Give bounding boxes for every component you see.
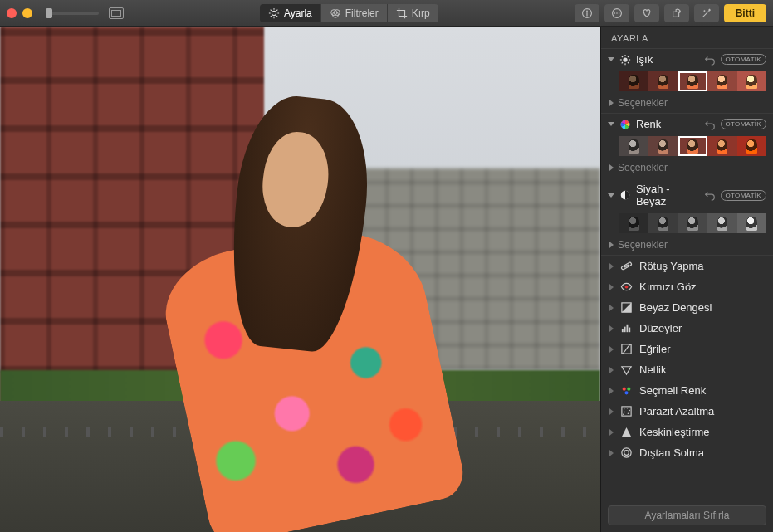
svg-rect-39 <box>627 325 629 332</box>
bw-thumb[interactable] <box>707 213 736 233</box>
photo-canvas[interactable] <box>0 27 600 532</box>
edited-photo <box>0 27 600 532</box>
options-label: Seçenekler <box>618 239 668 251</box>
adjust-dial-icon <box>268 7 280 19</box>
tool-label: Rötuş Yapma <box>639 260 704 272</box>
svg-point-43 <box>627 388 630 391</box>
color-thumb[interactable] <box>678 136 707 156</box>
tool-label: Düzeyler <box>639 322 682 334</box>
edit-mode-tabs: Ayarla Filtreler Kırp <box>260 4 438 22</box>
tool-label: Kırmızı Göz <box>639 281 697 293</box>
tool-selective-color[interactable]: Seçmeli Renk <box>601 380 773 401</box>
section-light-header[interactable]: Işık OTOMATİK <box>601 49 773 70</box>
light-thumbnail-slider[interactable] <box>601 70 773 95</box>
chevron-down-icon <box>608 122 614 126</box>
light-thumb[interactable] <box>707 71 736 91</box>
tool-label: Eğriler <box>639 343 671 355</box>
vignette-icon <box>620 447 633 459</box>
tool-curves[interactable]: Eğriler <box>601 339 773 359</box>
heart-icon <box>641 7 653 19</box>
svg-point-49 <box>624 412 626 413</box>
svg-point-46 <box>624 408 625 410</box>
tool-levels[interactable]: Düzeyler <box>601 318 773 339</box>
undo-icon[interactable] <box>704 54 716 66</box>
rotate-icon <box>671 7 682 19</box>
zoom-to-fit-button[interactable] <box>109 7 124 19</box>
window-controls <box>7 8 32 18</box>
auto-button-light[interactable]: OTOMATİK <box>721 54 766 65</box>
bw-thumb[interactable] <box>619 213 648 233</box>
svg-line-6 <box>276 16 277 17</box>
adjust-sidebar: AYARLA Işık OTOMATİK <box>600 27 773 532</box>
tool-redeye[interactable]: Kırmızı Göz <box>601 276 773 297</box>
auto-button-color[interactable]: OTOMATİK <box>721 119 766 129</box>
bw-thumb[interactable] <box>648 213 678 233</box>
svg-rect-14 <box>586 12 587 16</box>
info-button[interactable] <box>575 4 599 22</box>
bw-thumb[interactable] <box>737 213 766 233</box>
ellipsis-icon <box>611 7 623 19</box>
bw-thumbnail-slider[interactable] <box>601 212 773 237</box>
chevron-right-icon <box>609 367 614 373</box>
color-thumb[interactable] <box>619 136 648 156</box>
section-color-header[interactable]: Renk OTOMATİK <box>601 114 773 134</box>
light-thumb[interactable] <box>648 71 678 91</box>
color-thumb[interactable] <box>707 136 736 156</box>
chevron-right-icon <box>609 450 614 456</box>
svg-line-26 <box>628 61 629 62</box>
auto-button-bw[interactable]: OTOMATİK <box>721 190 766 201</box>
section-bw-header[interactable]: Siyah - Beyaz OTOMATİK <box>601 178 773 212</box>
tool-vignette[interactable]: Dıştan Solma <box>601 442 773 463</box>
tool-definition[interactable]: Netlik <box>601 359 773 380</box>
light-thumb[interactable] <box>619 71 648 91</box>
chevron-right-icon <box>609 284 614 290</box>
tab-filters[interactable]: Filtreler <box>320 4 387 22</box>
svg-point-51 <box>623 414 624 416</box>
eye-icon <box>620 281 633 293</box>
svg-point-52 <box>622 448 631 457</box>
auto-enhance-button[interactable] <box>694 4 719 22</box>
tool-whitebalance[interactable]: Beyaz Dengesi <box>601 297 773 318</box>
section-light-title: Işık <box>636 53 699 66</box>
light-thumb[interactable] <box>678 71 707 91</box>
favorite-button[interactable] <box>634 4 659 22</box>
section-bw: Siyah - Beyaz OTOMATİK Seçenekler <box>601 178 773 256</box>
selective-color-icon <box>620 384 633 397</box>
magic-wand-icon <box>701 7 712 19</box>
sidebar-title: AYARLA <box>601 27 773 49</box>
tab-crop[interactable]: Kırp <box>387 4 438 22</box>
tab-filters-label: Filtreler <box>345 7 379 19</box>
tool-label: Netlik <box>639 364 667 376</box>
bw-thumb[interactable] <box>678 213 707 233</box>
bw-icon <box>619 189 631 201</box>
undo-icon[interactable] <box>704 119 716 130</box>
zoom-slider[interactable] <box>47 12 99 15</box>
color-thumbnail-slider[interactable] <box>601 134 773 159</box>
chevron-right-icon <box>609 100 614 106</box>
chevron-down-icon <box>608 57 614 61</box>
undo-icon[interactable] <box>704 189 716 201</box>
done-button[interactable]: Bitti <box>724 4 766 22</box>
tab-adjust[interactable]: Ayarla <box>260 4 320 22</box>
tool-label: Seçmeli Renk <box>639 384 706 397</box>
sharpen-icon <box>620 426 633 438</box>
tool-retouch[interactable]: Rötuş Yapma <box>601 256 773 276</box>
more-button[interactable] <box>604 4 629 22</box>
options-label: Seçenekler <box>618 97 668 109</box>
minimize-window-button[interactable] <box>22 8 32 18</box>
color-options-toggle[interactable]: Seçenekler <box>601 159 773 178</box>
chevron-right-icon <box>609 164 614 171</box>
tool-sharpen[interactable]: Keskinleştirme <box>601 422 773 442</box>
tool-noise-reduction[interactable]: Parazit Azaltma <box>601 401 773 422</box>
svg-rect-40 <box>629 328 630 333</box>
close-window-button[interactable] <box>7 8 17 18</box>
bw-options-toggle[interactable]: Seçenekler <box>601 237 773 255</box>
reset-adjustments-button[interactable]: Ayarlamaları Sıfırla <box>608 505 766 525</box>
tool-label: Parazit Azaltma <box>639 405 714 417</box>
rotate-button[interactable] <box>664 4 689 22</box>
light-options-toggle[interactable]: Seçenekler <box>601 95 773 113</box>
light-thumb[interactable] <box>737 71 766 91</box>
color-thumb[interactable] <box>737 136 766 156</box>
tab-adjust-label: Ayarla <box>284 7 312 19</box>
color-thumb[interactable] <box>648 136 678 156</box>
